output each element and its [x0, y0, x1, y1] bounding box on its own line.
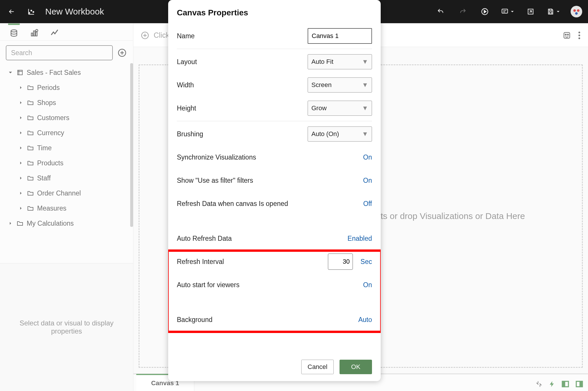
folder-icon — [16, 220, 24, 227]
svg-rect-7 — [549, 12, 552, 14]
layout-label: Layout — [177, 58, 308, 66]
more-menu-icon[interactable] — [578, 31, 580, 39]
name-label: Name — [177, 32, 308, 40]
folder-icon — [27, 175, 34, 182]
refresh-button[interactable] — [479, 6, 491, 17]
svg-rect-17 — [18, 70, 22, 75]
refresh-open-toggle[interactable]: Off — [363, 200, 372, 208]
chevron-down-icon: ▼ — [362, 81, 368, 89]
chevron-down-icon: ▼ — [362, 104, 368, 112]
back-button[interactable] — [6, 6, 17, 17]
tree-item[interactable]: Order Channel — [2, 186, 133, 201]
autostart-label: Auto start for viewers — [177, 281, 363, 289]
dialog-title: Canvas Properties — [168, 0, 381, 24]
caret-right-icon — [8, 221, 13, 225]
caret-right-icon — [18, 191, 24, 195]
tree-item[interactable]: Periods — [2, 80, 133, 95]
tree-item[interactable]: Currency — [2, 125, 133, 140]
height-label: Height — [177, 104, 308, 112]
comment-menu[interactable] — [501, 8, 514, 15]
panel-right-icon[interactable] — [575, 380, 583, 388]
svg-rect-4 — [502, 9, 508, 13]
auto-refresh-label: Auto Refresh Data — [177, 235, 348, 242]
power-icon[interactable] — [549, 380, 556, 388]
svg-point-10 — [575, 12, 578, 15]
avatar[interactable] — [571, 6, 582, 17]
sync-label: Synchronize Visualizations — [177, 153, 363, 161]
interval-input[interactable] — [328, 254, 353, 270]
folder-icon — [27, 84, 34, 91]
svg-rect-28 — [580, 381, 582, 387]
width-label: Width — [177, 81, 308, 89]
ok-button[interactable]: OK — [340, 360, 372, 374]
tree-label: Periods — [37, 84, 60, 92]
redo-button[interactable] — [457, 6, 469, 17]
interval-unit[interactable]: Sec — [360, 258, 372, 266]
filter-toggle[interactable]: On — [363, 177, 372, 184]
save-menu[interactable] — [547, 8, 560, 15]
data-tree: Sales - Fact Sales PeriodsShopsCustomers… — [0, 63, 133, 263]
sidebar-tab-analytics[interactable] — [49, 26, 60, 40]
background-toggle[interactable]: Auto — [358, 316, 372, 324]
auto-refresh-toggle[interactable]: Enabled — [348, 235, 372, 242]
tree-item[interactable]: Staff — [2, 171, 133, 186]
svg-point-15 — [36, 30, 38, 32]
undo-button[interactable] — [435, 6, 447, 17]
svg-point-2 — [33, 11, 34, 12]
filter-label: Show "Use as filter" filters — [177, 177, 363, 184]
properties-placeholder: Select data or visual to display propert… — [0, 263, 133, 391]
caret-right-icon — [18, 176, 24, 180]
tree-label: Time — [37, 144, 52, 152]
panel-left-icon[interactable] — [561, 380, 569, 388]
tree-label: Customers — [37, 114, 69, 122]
tree-label: My Calculations — [27, 220, 74, 227]
tree-item[interactable]: Shops — [2, 95, 133, 110]
folder-icon — [27, 129, 34, 136]
tree-label: Measures — [37, 204, 66, 212]
layout-select[interactable]: Auto Fit ▼ — [308, 54, 372, 69]
tree-label: Currency — [37, 129, 64, 137]
tree-label: Sales - Fact Sales — [27, 69, 81, 77]
sync-toggle[interactable]: On — [363, 153, 372, 161]
tree-label: Staff — [37, 174, 51, 182]
search-input[interactable] — [6, 45, 113, 60]
caret-right-icon — [18, 116, 24, 120]
tree-my-calcs[interactable]: My Calculations — [2, 216, 133, 231]
name-input[interactable] — [308, 28, 372, 44]
tree-item[interactable]: Time — [2, 140, 133, 155]
caret-right-icon — [18, 131, 24, 135]
caret-right-icon — [18, 86, 24, 90]
tree-item[interactable]: Measures — [2, 201, 133, 216]
sidebar-tab-data[interactable] — [8, 26, 20, 40]
svg-point-9 — [577, 9, 580, 12]
tree-item[interactable]: Products — [2, 155, 133, 171]
caret-right-icon — [18, 161, 24, 165]
auto-insights-icon[interactable] — [562, 31, 571, 40]
svg-rect-14 — [36, 32, 37, 36]
chart-type-icon[interactable] — [26, 6, 37, 17]
add-viz-icon[interactable] — [141, 31, 149, 39]
autostart-toggle[interactable]: On — [363, 281, 372, 289]
tree-dataset[interactable]: Sales - Fact Sales — [2, 65, 133, 80]
cancel-button[interactable]: Cancel — [301, 360, 334, 374]
svg-point-11 — [11, 30, 17, 32]
background-label: Background — [177, 316, 358, 324]
brushing-select[interactable]: Auto (On) ▼ — [308, 126, 372, 142]
folder-icon — [27, 205, 34, 212]
width-select[interactable]: Screen ▼ — [308, 77, 372, 93]
dataset-icon — [16, 69, 24, 76]
tree-label: Shops — [37, 99, 56, 107]
height-select[interactable]: Grow ▼ — [308, 101, 372, 116]
refresh-open-label: Refresh Data when canvas Is opened — [177, 200, 363, 208]
interval-label: Refresh Interval — [177, 258, 328, 266]
folder-icon — [27, 144, 34, 151]
svg-rect-13 — [34, 31, 35, 36]
tree-item[interactable]: Customers — [2, 110, 133, 125]
export-button[interactable] — [525, 6, 536, 17]
brushing-label: Brushing — [177, 130, 308, 138]
folder-icon — [27, 99, 34, 106]
sidebar-tab-viz[interactable] — [28, 26, 40, 40]
svg-point-1 — [31, 10, 32, 11]
connection-icon[interactable] — [535, 380, 543, 388]
add-dataset-button[interactable] — [117, 48, 127, 58]
